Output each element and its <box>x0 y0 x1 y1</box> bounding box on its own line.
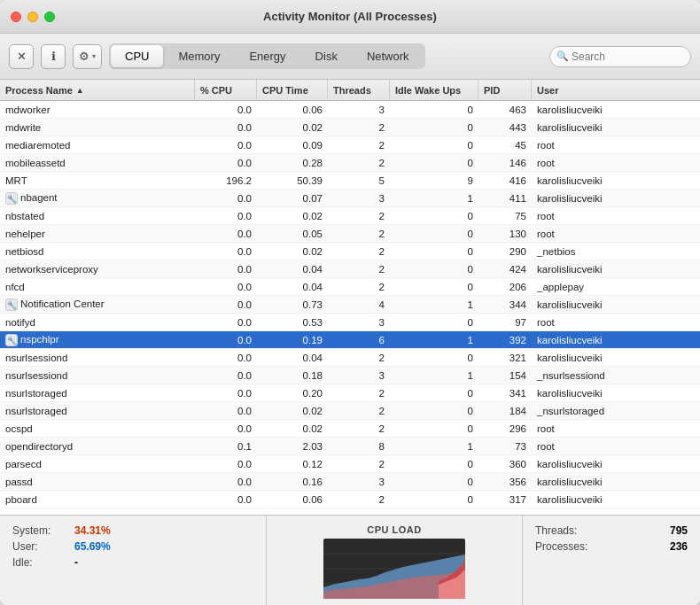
table-row[interactable]: ocspd0.00.0220296root <box>0 420 700 438</box>
cell-pid: 392 <box>478 335 532 345</box>
table-row[interactable]: opendirectoryd0.12.038173root <box>0 438 700 455</box>
table-row[interactable]: nsurlstoraged0.00.0220184_nsurlstoraged <box>0 402 700 420</box>
tab-energy[interactable]: Energy <box>235 45 299 67</box>
col-user[interactable]: User <box>532 80 700 100</box>
tab-disk[interactable]: Disk <box>301 45 352 67</box>
cell-process-name: mdwrite <box>0 122 195 133</box>
processes-stat-row: Processes: 236 <box>535 540 688 553</box>
col-idle-wake-ups[interactable]: Idle Wake Ups <box>390 80 478 100</box>
cell-process-name: netbiosd <box>0 246 195 257</box>
cell-cpu-time: 0.28 <box>257 158 328 168</box>
cell-idle: 0 <box>390 388 478 399</box>
cell-cpu-pct: 0.0 <box>195 140 257 151</box>
table-row[interactable]: pboard0.00.0620317karolisliucveiki <box>0 491 700 508</box>
col-process-name[interactable]: Process Name ▲ <box>0 80 195 100</box>
cell-user: karolisliucveiki <box>532 264 700 275</box>
info-button[interactable]: ℹ <box>41 44 66 69</box>
cell-user: karolisliucveiki <box>532 335 700 345</box>
system-value: 34.31% <box>74 524 111 537</box>
table-header: Process Name ▲ % CPU CPU Time Threads Id… <box>0 80 700 101</box>
cpu-stats-left: System: 34.31% User: 65.69% Idle: - <box>0 516 266 605</box>
col-pid[interactable]: PID <box>478 80 532 100</box>
cell-threads: 2 <box>328 122 390 133</box>
col-threads[interactable]: Threads <box>328 80 390 100</box>
info-icon: ℹ <box>51 50 56 63</box>
table-row[interactable]: mobileassetd0.00.2820146root <box>0 154 700 172</box>
table-row[interactable]: MRT196.250.3959416karolisliucveiki <box>0 172 700 190</box>
user-label: User: <box>12 540 74 553</box>
cell-user: karolisliucveiki <box>532 175 700 186</box>
table-row[interactable]: nfcd0.00.0420206_applepay <box>0 278 700 296</box>
table-row[interactable]: nsurlsessiond0.00.0420321karolisliucveik… <box>0 349 700 367</box>
cpu-stats-right: Threads: 795 Processes: 236 <box>523 516 700 605</box>
cell-user: root <box>532 317 700 328</box>
search-wrap: 🔍 <box>549 46 691 67</box>
gear-button[interactable]: ⚙ ▾ <box>73 44 102 69</box>
cell-cpu-time: 0.04 <box>257 264 328 275</box>
cell-idle: 9 <box>390 175 478 186</box>
maximize-button[interactable] <box>44 12 55 22</box>
cell-cpu-time: 0.02 <box>257 246 328 257</box>
cell-idle: 1 <box>390 299 478 310</box>
cell-cpu-time: 2.03 <box>257 441 328 452</box>
cell-cpu-pct: 0.0 <box>195 388 257 399</box>
cell-process-name: nehelper <box>0 229 195 239</box>
cell-cpu-pct: 0.0 <box>195 282 257 292</box>
cell-idle: 0 <box>390 105 478 115</box>
search-input[interactable] <box>549 46 691 67</box>
cell-user: karolisliucveiki <box>532 459 700 469</box>
tab-network[interactable]: Network <box>353 45 424 67</box>
cell-user: karolisliucveiki <box>532 353 700 363</box>
table-row[interactable]: passd0.00.1630356karolisliucveiki <box>0 473 700 491</box>
close-button[interactable] <box>11 12 21 22</box>
table-row[interactable]: nsurlsessiond0.00.1831154_nsurlsessiond <box>0 367 700 384</box>
table-row[interactable]: 🔧nbagent0.00.0731411karolisliucveiki <box>0 190 700 207</box>
table-row[interactable]: mdworker0.00.0630463karolisliucveiki <box>0 101 700 119</box>
threads-value: 795 <box>670 524 688 537</box>
minimize-button[interactable] <box>27 12 38 22</box>
table-row[interactable]: 🔧nspchlpr0.00.1961392karolisliucveiki <box>0 331 700 349</box>
table-row[interactable]: 🔧Notification Center0.00.7341344karolisl… <box>0 296 700 314</box>
cell-threads: 2 <box>328 158 390 168</box>
table-row[interactable]: nsurlstoraged0.00.2020341karolisliucveik… <box>0 384 700 402</box>
col-cpu-time[interactable]: CPU Time <box>257 80 328 100</box>
cell-pid: 73 <box>478 441 532 452</box>
cell-idle: 0 <box>390 317 478 328</box>
cell-pid: 341 <box>478 388 532 399</box>
cell-pid: 184 <box>478 406 532 416</box>
cell-threads: 3 <box>328 317 390 328</box>
cell-process-name: 🔧nspchlpr <box>0 334 195 346</box>
cell-user: root <box>532 158 700 168</box>
cell-threads: 2 <box>328 388 390 399</box>
table-row[interactable]: notifyd0.00.533097root <box>0 314 700 331</box>
sort-icon: ▲ <box>76 86 84 95</box>
cell-pid: 154 <box>478 370 532 381</box>
cell-idle: 0 <box>390 122 478 133</box>
table-row[interactable]: mediaremoted0.00.092045root <box>0 136 700 154</box>
table-row[interactable]: nbstated0.00.022075root <box>0 207 700 225</box>
table-row[interactable]: networkserviceproxy0.00.0420424karolisli… <box>0 260 700 278</box>
tab-cpu[interactable]: CPU <box>111 45 163 67</box>
cell-user: root <box>532 423 700 434</box>
tab-group: CPU Memory Energy Disk Network <box>109 43 425 69</box>
table-row[interactable]: mdwrite0.00.0220443karolisliucveiki <box>0 119 700 136</box>
cell-cpu-pct: 0.1 <box>195 441 257 452</box>
tab-memory[interactable]: Memory <box>164 45 234 67</box>
cell-process-name: mobileassetd <box>0 158 195 168</box>
cell-user: karolisliucveiki <box>532 122 700 133</box>
cell-process-name: nsurlsessiond <box>0 353 195 363</box>
cell-threads: 3 <box>328 105 390 115</box>
cell-cpu-time: 0.06 <box>257 494 328 505</box>
col-cpu-pct[interactable]: % CPU <box>195 80 257 100</box>
cell-process-name: nsurlstoraged <box>0 388 195 399</box>
cell-idle: 0 <box>390 477 478 487</box>
cell-cpu-pct: 0.0 <box>195 193 257 204</box>
cell-pid: 321 <box>478 353 532 363</box>
table-row[interactable]: parsecd0.00.1220360karolisliucveiki <box>0 455 700 473</box>
cell-cpu-pct: 0.0 <box>195 229 257 239</box>
table-row[interactable]: netbiosd0.00.0220290_netbios <box>0 243 700 260</box>
stop-button[interactable]: ✕ <box>9 44 34 69</box>
table-row[interactable]: nehelper0.00.0520130root <box>0 225 700 243</box>
cell-user: karolisliucveiki <box>532 299 700 310</box>
cell-user: _nsurlstoraged <box>532 406 700 416</box>
